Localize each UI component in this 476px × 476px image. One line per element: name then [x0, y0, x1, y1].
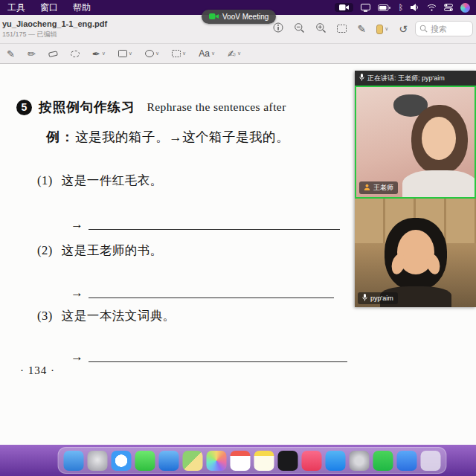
voov-meeting-pill[interactable]: VooV Meeting — [202, 10, 276, 24]
dock-icon-launchpad[interactable] — [88, 451, 108, 471]
exercise-number-badge: 5 — [16, 100, 32, 115]
person-face-shape — [422, 117, 456, 160]
selection-icon[interactable] — [337, 22, 347, 36]
dock-icon-messages[interactable] — [135, 451, 155, 471]
dock-icon-finder[interactable] — [64, 451, 84, 471]
question-number: (2) — [37, 243, 53, 257]
question-item-2: (2)这是王老师的书。 — [37, 242, 163, 259]
dock-icon-trash[interactable] — [421, 451, 441, 471]
speaking-status-bar: 正在讲话: 王老师; pyp'aim — [355, 71, 476, 86]
page-status: 151/175 — 已编辑 — [2, 30, 107, 39]
dock-icon-voov-meeting[interactable] — [397, 451, 417, 471]
example-sentence: 例：这是我的箱子。→这个箱子是我的。 — [46, 128, 289, 146]
eraser-tool-icon[interactable] — [48, 47, 58, 60]
menubar-status-icons: ᛒ — [335, 3, 476, 13]
menu-help[interactable]: 帮助 — [73, 1, 91, 14]
rect-shape-tool-icon[interactable]: ∨ — [118, 50, 132, 57]
person-shirt-shape — [402, 170, 476, 199]
exercise-header: 5 按照例句作练习 Rephrase the sentences after — [16, 98, 286, 116]
text-tool-icon[interactable]: Aa∨ — [199, 48, 215, 59]
exercise-title: 按照例句作练习 — [39, 98, 135, 116]
answer-blank-2: → — [71, 284, 334, 300]
exercise-subtitle: Rephrase the sentences after — [147, 100, 286, 114]
question-number: (3) — [37, 309, 53, 323]
volume-icon[interactable] — [411, 4, 419, 11]
desktop-wallpaper — [0, 445, 476, 476]
bluetooth-icon[interactable]: ᛒ — [398, 3, 403, 13]
dock-icon-mail[interactable] — [159, 451, 179, 471]
dock — [58, 447, 447, 474]
participant-name: 王老师 — [373, 183, 393, 193]
camera-record-indicator-icon[interactable] — [335, 3, 353, 12]
answer-blank-3: → — [71, 348, 347, 364]
dock-icon-safari[interactable] — [112, 451, 132, 471]
dock-icon-tv[interactable] — [278, 451, 298, 471]
markup-toolbar: ✎ ✏ ✒∨ ∨ ∨ ∨ Aa∨ ✍∨ — [0, 43, 476, 63]
zoom-in-icon[interactable] — [315, 22, 327, 36]
question-item-3: (3)这是一本法文词典。 — [37, 308, 176, 324]
dock-icon-calendar[interactable] — [231, 451, 251, 471]
question-text: 这是王老师的书。 — [62, 243, 163, 257]
file-info: yu_Jiaocheng_1-1_eng.pdf 151/175 — 已编辑 — [2, 19, 107, 39]
wifi-icon[interactable] — [427, 4, 437, 11]
search-input[interactable] — [431, 25, 468, 33]
highlighter-icon[interactable]: ∨ — [376, 25, 388, 34]
arrow-glyph: → — [71, 217, 83, 232]
page-number: · 134 · — [20, 364, 55, 377]
question-number: (1) — [37, 173, 53, 187]
participant-video-teacher[interactable]: 王老师 — [355, 86, 476, 199]
info-icon[interactable] — [273, 22, 283, 36]
mic-icon — [362, 294, 367, 303]
blank-line — [89, 361, 347, 362]
dock-icon-photos[interactable] — [207, 451, 227, 471]
lasso-tool-icon[interactable] — [71, 51, 80, 57]
dock-icon-app-store[interactable] — [326, 451, 346, 471]
example-label: 例： — [46, 129, 75, 144]
participant-video-student[interactable]: pyp'aim — [355, 199, 476, 307]
arrow-glyph: → — [71, 286, 83, 300]
shape-style-tool-icon[interactable]: ∨ — [172, 50, 186, 57]
dock-icon-music[interactable] — [302, 451, 322, 471]
participant-name-tag: 王老师 — [359, 181, 398, 194]
menu-tools[interactable]: 工具 — [7, 1, 25, 14]
markup-pen-icon[interactable]: ✎ — [357, 24, 366, 34]
signature-tool-icon[interactable]: ✍∨ — [228, 49, 241, 59]
ellipse-shape-tool-icon[interactable]: ∨ — [145, 50, 159, 57]
arrow-glyph: → — [71, 350, 83, 364]
question-text: 这是一本法文词典。 — [62, 309, 176, 323]
file-name: yu_Jiaocheng_1-1_eng.pdf — [2, 19, 107, 30]
answer-blank-1: → — [71, 216, 340, 232]
dock-icon-wechat[interactable] — [373, 451, 393, 471]
marker-tool-icon[interactable]: ✏ — [28, 49, 36, 59]
battery-icon[interactable] — [378, 4, 390, 11]
question-item-1: (1)这是一件红毛衣。 — [37, 173, 163, 189]
display-icon[interactable] — [361, 4, 370, 12]
meeting-panel[interactable]: 正在讲话: 王老师; pyp'aim 王老师 pyp'aim — [355, 71, 476, 307]
blank-line — [89, 297, 334, 298]
meeting-camera-icon — [209, 13, 219, 21]
speaking-status-text: 正在讲话: 王老师; pyp'aim — [367, 74, 445, 83]
profile-person-icon — [364, 184, 370, 192]
toolbar-icons: ✎ ∨ ↺ — [273, 15, 408, 43]
mic-icon — [359, 74, 364, 83]
dock-icon-notes[interactable] — [254, 451, 274, 471]
control-center-icon[interactable] — [444, 4, 453, 11]
search-icon — [419, 22, 428, 36]
rotate-icon[interactable]: ↺ — [399, 24, 408, 34]
zoom-out-icon[interactable] — [294, 22, 305, 36]
menu-items: 工具 窗口 帮助 — [0, 1, 91, 14]
menu-window[interactable]: 窗口 — [40, 1, 58, 14]
siri-icon[interactable] — [460, 3, 470, 13]
example-text: 这是我的箱子。→这个箱子是我的。 — [75, 129, 289, 144]
meeting-pill-label: VooV Meeting — [222, 13, 268, 21]
participant-name: pyp'aim — [370, 295, 393, 302]
dock-icon-system-preferences[interactable] — [350, 451, 370, 471]
participant-name-tag: pyp'aim — [358, 292, 398, 304]
question-text: 这是一件红毛衣。 — [62, 173, 163, 187]
pencil-tool-icon[interactable]: ✎ — [7, 49, 15, 59]
dock-icon-maps[interactable] — [183, 451, 203, 471]
pen-style-tool-icon[interactable]: ✒∨ — [92, 49, 106, 59]
blank-line — [89, 228, 340, 230]
search-field[interactable] — [415, 21, 473, 36]
